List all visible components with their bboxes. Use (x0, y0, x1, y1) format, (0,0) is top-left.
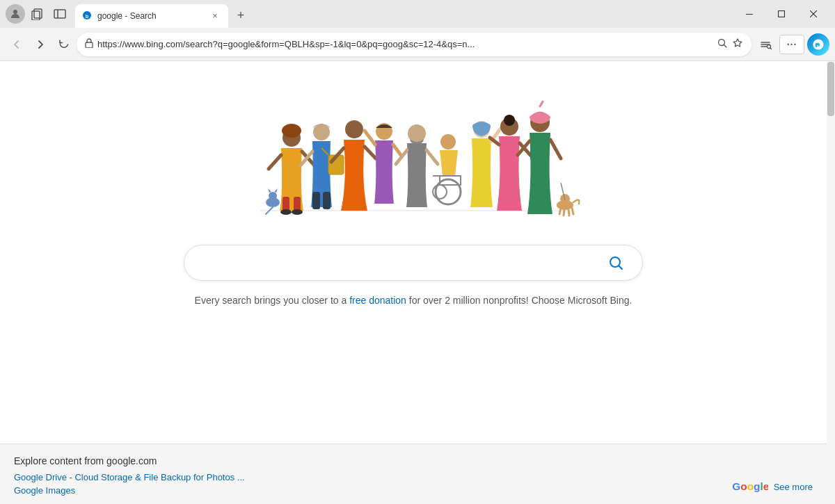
svg-point-34 (345, 120, 363, 138)
svg-rect-2 (34, 9, 42, 18)
favorites-icon[interactable] (732, 38, 743, 51)
scrollbar-thumb[interactable] (827, 62, 834, 116)
svg-point-28 (313, 124, 330, 140)
svg-line-36 (365, 147, 376, 158)
tab-close-btn[interactable]: × (209, 10, 221, 22)
collections-icon[interactable] (28, 4, 47, 24)
see-more-link[interactable]: See more (774, 482, 813, 492)
new-tab-button[interactable]: + (231, 6, 250, 25)
donation-text: Every search brings you closer to a free… (195, 295, 633, 306)
svg-rect-11 (86, 42, 93, 48)
svg-line-65 (619, 266, 623, 270)
search-box-container (184, 245, 643, 281)
svg-point-18 (282, 124, 301, 138)
back-button[interactable] (6, 33, 28, 56)
bottom-panel: Explore content from google.com Google D… (0, 444, 827, 504)
svg-point-43 (440, 134, 456, 149)
address-search-icon[interactable] (717, 38, 728, 51)
active-tab[interactable]: b google - Search × (75, 4, 228, 28)
address-bar[interactable]: https://www.bing.com/search?q=google&for… (77, 33, 752, 56)
svg-rect-33 (323, 192, 331, 209)
svg-point-23 (280, 209, 292, 215)
svg-line-38 (365, 131, 375, 145)
sidebar-icon[interactable] (50, 4, 70, 24)
svg-text:Google: Google (732, 480, 768, 492)
svg-point-0 (13, 10, 17, 14)
svg-line-62 (568, 209, 569, 216)
search-button[interactable] (601, 247, 631, 278)
donation-link[interactable]: free donation (349, 295, 406, 306)
tab-favicon: b (82, 10, 93, 22)
svg-line-19 (269, 155, 281, 169)
nav-bar: https://www.bing.com/search?q=google&for… (0, 28, 835, 61)
maximize-button[interactable] (765, 3, 797, 25)
svg-line-60 (559, 208, 561, 214)
refresh-button[interactable] (53, 33, 75, 56)
bing-main: Every search brings you closer to a free… (0, 61, 827, 306)
svg-line-56 (550, 140, 561, 158)
scrollbar-track[interactable] (827, 61, 835, 504)
svg-line-61 (564, 209, 564, 216)
svg-line-13 (724, 44, 726, 47)
tab-title: google - Search (97, 11, 205, 21)
search-box[interactable] (184, 245, 643, 281)
svg-line-42 (427, 150, 438, 164)
favorites-toolbar-icon[interactable] (754, 33, 777, 56)
svg-rect-32 (312, 192, 320, 209)
google-logo-area: Google See more (732, 480, 813, 493)
svg-rect-1 (32, 11, 40, 20)
svg-line-15 (770, 47, 772, 49)
svg-point-24 (292, 209, 303, 215)
svg-rect-8 (779, 11, 785, 17)
content-area: Every search brings you closer to a free… (0, 61, 827, 504)
explore-link-1[interactable]: Google Drive - Cloud Storage & File Back… (14, 472, 813, 482)
lock-icon (85, 38, 93, 50)
explore-link-2[interactable]: Google Images (14, 485, 813, 496)
google-logo: Google (732, 480, 768, 493)
profile-icon[interactable] (6, 4, 25, 24)
minimize-button[interactable] (733, 3, 765, 25)
search-input[interactable] (196, 245, 601, 280)
svg-line-39 (393, 145, 401, 155)
close-window-button[interactable] (797, 3, 829, 25)
svg-line-63 (572, 208, 573, 214)
svg-point-50 (504, 115, 515, 126)
explore-title: Explore content from google.com (14, 455, 813, 466)
url-text: https://www.bing.com/search?q=google&for… (97, 39, 713, 49)
svg-point-26 (269, 192, 277, 200)
svg-rect-3 (54, 10, 65, 18)
forward-button[interactable] (29, 33, 51, 56)
svg-text:b: b (86, 13, 89, 19)
bing-illustration (218, 75, 608, 228)
edge-profile-button[interactable] (807, 33, 829, 56)
more-menu-button[interactable]: ··· (779, 35, 804, 54)
